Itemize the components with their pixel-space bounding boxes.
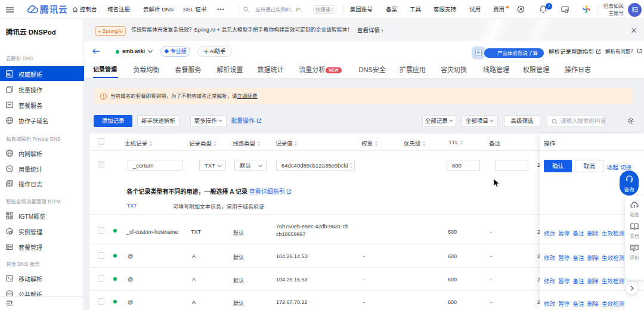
- svg-text:w.: w.: [7, 72, 11, 76]
